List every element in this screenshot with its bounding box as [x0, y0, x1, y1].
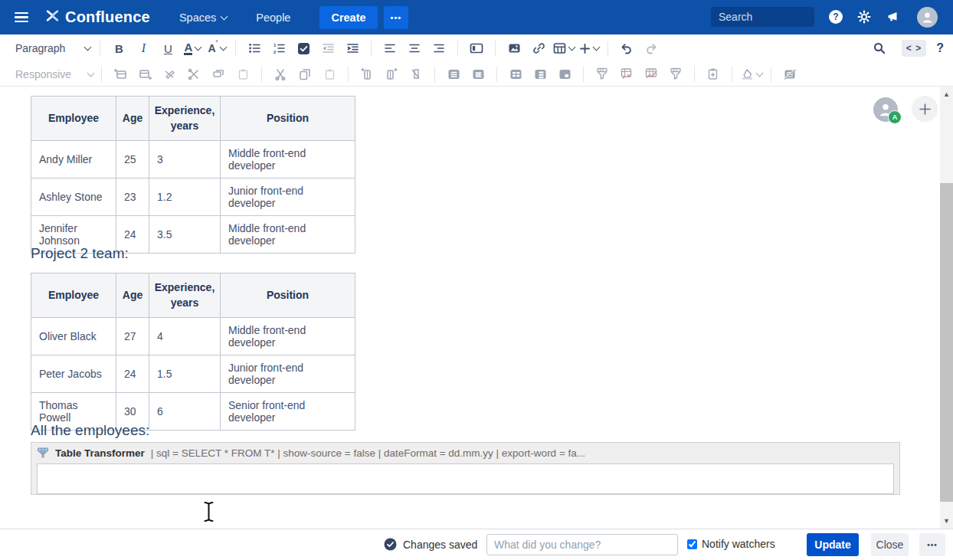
cell[interactable]: Peter Jacobs: [31, 355, 116, 392]
insert-row-before-icon[interactable]: [108, 65, 133, 84]
macro-body-placeholder[interactable]: [37, 463, 894, 494]
scroll-up-arrow[interactable]: ▲: [940, 88, 953, 100]
merge-cells-icon[interactable]: [503, 65, 528, 84]
create-button[interactable]: Create: [319, 6, 377, 29]
text-styles-dropdown[interactable]: A°: [205, 38, 229, 59]
cut-icon[interactable]: [268, 65, 293, 84]
paste-icon[interactable]: [317, 65, 342, 84]
pivot-table-icon[interactable]: [614, 65, 639, 84]
cell[interactable]: 24: [116, 355, 149, 392]
underline-button[interactable]: U: [156, 38, 180, 59]
split-row-icon[interactable]: [528, 65, 552, 84]
invite-plus-button[interactable]: [912, 96, 938, 122]
table-transformer-macro[interactable]: Table Transformer | sql = SELECT * FROM …: [31, 442, 900, 495]
cell[interactable]: 6: [149, 392, 221, 430]
keyboard-shortcuts-button[interactable]: < >: [902, 40, 926, 57]
cell[interactable]: 1.2: [149, 178, 221, 215]
find-replace-icon[interactable]: [867, 38, 892, 59]
footer-more-button[interactable]: •••: [919, 533, 945, 556]
cell[interactable]: 3.5: [149, 215, 221, 253]
filter-table-icon[interactable]: [590, 65, 614, 84]
table-mode-dropdown[interactable]: Responsive: [15, 68, 93, 80]
cell[interactable]: Middle front-end developer: [221, 317, 355, 355]
table-grid-icon[interactable]: [466, 65, 490, 84]
insert-table-dropdown[interactable]: [551, 38, 577, 59]
insert-image-button[interactable]: [502, 38, 526, 59]
insert-link-button[interactable]: [526, 38, 551, 59]
paste-table-macro-icon[interactable]: [701, 65, 725, 84]
announcement-megaphone-icon[interactable]: [885, 8, 902, 25]
cell[interactable]: Junior front-end developer: [221, 178, 355, 215]
bold-button[interactable]: B: [106, 38, 131, 59]
cell[interactable]: Andy Miller: [31, 140, 116, 178]
macro-header[interactable]: Table Transformer | sql = SELECT * FROM …: [31, 443, 899, 462]
editor-content-area[interactable]: Employee Age Experience, years Position …: [0, 87, 940, 529]
cell[interactable]: 25: [116, 140, 149, 178]
split-cell-icon[interactable]: [552, 65, 577, 84]
transform-table-icon[interactable]: [663, 65, 688, 84]
help-icon[interactable]: ?: [827, 8, 844, 25]
insert-column-after-icon[interactable]: [379, 65, 404, 84]
cell[interactable]: 4: [149, 317, 221, 355]
task-list-button[interactable]: [291, 38, 316, 59]
insert-column-before-icon[interactable]: [355, 65, 379, 84]
paste-row-icon[interactable]: [231, 65, 255, 84]
italic-button[interactable]: I: [131, 38, 156, 59]
page-layout-button[interactable]: [464, 38, 489, 59]
confluence-logo[interactable]: Confluence: [45, 8, 150, 26]
remove-table-icon[interactable]: [778, 65, 802, 84]
nav-spaces[interactable]: Spaces: [179, 11, 227, 24]
notify-watchers-option[interactable]: Notify watchers: [687, 538, 775, 550]
nav-people[interactable]: People: [256, 11, 290, 24]
cell[interactable]: Middle front-end developer: [221, 140, 355, 178]
header-cell-position[interactable]: Position: [221, 97, 355, 141]
redo-button[interactable]: [639, 38, 663, 59]
header-cell-age[interactable]: Age: [116, 273, 149, 318]
align-left-button[interactable]: [378, 38, 402, 59]
search-box[interactable]: [711, 7, 814, 27]
header-cell-age[interactable]: Age: [116, 97, 149, 141]
close-button[interactable]: Close: [871, 533, 909, 556]
cell[interactable]: 23: [116, 178, 149, 215]
header-cell-position[interactable]: Position: [221, 273, 355, 318]
header-cell-experience[interactable]: Experience, years: [149, 273, 221, 318]
cell[interactable]: Ashley Stone: [31, 178, 116, 215]
insert-more-dropdown[interactable]: [577, 38, 601, 59]
project1-table[interactable]: Employee Age Experience, years Position …: [31, 96, 355, 254]
numbered-list-button[interactable]: 12: [267, 38, 291, 59]
version-comment-input[interactable]: [486, 534, 678, 555]
heading-row-icon[interactable]: [441, 65, 466, 84]
outdent-button[interactable]: [316, 38, 340, 59]
cell[interactable]: 1.5: [149, 355, 221, 392]
user-avatar[interactable]: [917, 7, 938, 28]
settings-gear-icon[interactable]: [856, 8, 873, 25]
editor-help-button[interactable]: ?: [936, 41, 944, 55]
cell[interactable]: 3: [149, 140, 221, 178]
vertical-scrollbar[interactable]: ▲ ▼: [940, 87, 953, 529]
chart-from-table-icon[interactable]: [639, 65, 663, 84]
nav-more-button[interactable]: •••: [384, 6, 409, 29]
delete-row-icon[interactable]: [157, 65, 182, 84]
scroll-down-arrow[interactable]: ▼: [940, 515, 953, 527]
text-color-dropdown[interactable]: A: [180, 38, 205, 59]
cell-color-dropdown[interactable]: [738, 65, 765, 84]
update-button[interactable]: Update: [807, 533, 859, 556]
cell[interactable]: 27: [116, 317, 149, 355]
cell[interactable]: Middle front-end developer: [221, 215, 355, 253]
insert-row-after-icon[interactable]: [133, 65, 157, 84]
notify-watchers-checkbox[interactable]: [687, 539, 697, 549]
cut-row-icon[interactable]: [182, 65, 206, 84]
scrollbar-thumb[interactable]: [940, 183, 953, 502]
copy-icon[interactable]: [293, 65, 317, 84]
project2-heading[interactable]: Project 2 team:: [31, 245, 129, 262]
cell[interactable]: Senior front-end developer: [221, 392, 355, 430]
block-style-dropdown[interactable]: Paragraph: [15, 42, 90, 54]
align-right-button[interactable]: [427, 38, 451, 59]
delete-column-icon[interactable]: [404, 65, 428, 84]
employees-heading[interactable]: All the employees:: [31, 422, 149, 439]
bullet-list-button[interactable]: [242, 38, 267, 59]
collaborator-avatar[interactable]: A: [873, 97, 898, 122]
project2-table[interactable]: Employee Age Experience, years Position …: [31, 273, 355, 431]
cell[interactable]: Junior front-end developer: [221, 355, 355, 392]
undo-button[interactable]: [614, 38, 639, 59]
